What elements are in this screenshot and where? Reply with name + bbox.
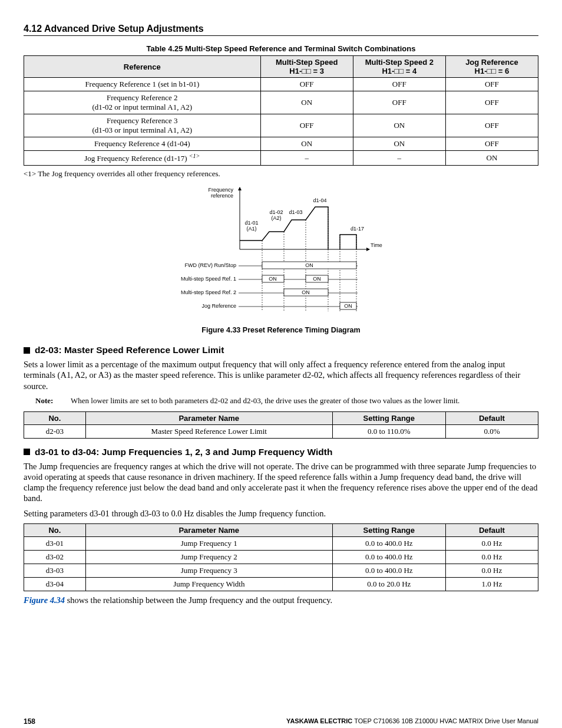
- cell-ref-sup: <1>: [189, 153, 200, 159]
- cell-c2: ON: [353, 114, 445, 137]
- table-row: d3-01 Jump Frequency 1 0.0 to 400.0 Hz 0…: [24, 537, 538, 551]
- cell-name: Jump Frequency 2: [85, 551, 332, 564]
- cell-name: Jump Frequency 1: [85, 537, 332, 551]
- th-msspeed: Multi-Step Speed H1-□□ = 3: [260, 56, 353, 78]
- cell-c3: ON: [445, 151, 538, 166]
- svg-row-label: Multi-step Speed Ref. 1: [181, 276, 236, 282]
- th-no: No.: [24, 411, 86, 424]
- cell-ref: Frequency Reference 4 (d1-04): [24, 137, 261, 151]
- cell-no: d3-02: [24, 551, 86, 564]
- th-msspeed-line1: Multi-Step Speed: [276, 58, 338, 67]
- cell-c1: ON: [260, 91, 353, 114]
- cell-c1: –: [260, 151, 353, 166]
- svg-on: ON: [344, 303, 352, 309]
- cell-c1: OFF: [260, 114, 353, 137]
- para-d3-1: The Jump frequencies are frequency range…: [24, 461, 538, 504]
- table-row: d3-02 Jump Frequency 2 0.0 to 400.0 Hz 0…: [24, 551, 538, 564]
- th-msspeed2-line2: H1-□□ = 4: [382, 67, 416, 75]
- page-number: 158: [24, 717, 35, 726]
- cell-c2: ON: [353, 137, 445, 151]
- table-row: d2-03 Master Speed Reference Lower Limit…: [24, 424, 538, 438]
- svg-label: (A2): [271, 215, 281, 221]
- th-no: No.: [24, 524, 86, 537]
- svg-on: ON: [305, 262, 313, 268]
- table-d203: No. Parameter Name Setting Range Default…: [24, 411, 538, 439]
- svg-on: ON: [302, 289, 310, 295]
- cell-ref-main: Frequency Reference 3: [107, 116, 178, 125]
- figure-433: Frequencyreference d1-01(A1) d1-02(A2) d…: [24, 185, 538, 322]
- cell-ref-main: Frequency Reference 2: [107, 93, 178, 102]
- para-d203: Sets a lower limit as a percentage of th…: [24, 359, 538, 391]
- th-msspeed2: Multi-Step Speed 2 H1-□□ = 4: [353, 56, 445, 78]
- cell-c3: OFF: [445, 114, 538, 137]
- square-bullet-icon: [24, 347, 30, 354]
- cell-default: 1.0 Hz: [445, 578, 538, 591]
- table-425-title: Table 4.25 Multi-Step Speed Reference an…: [24, 44, 538, 53]
- figure-434-link[interactable]: Figure 4.34: [24, 595, 65, 605]
- th-param: Parameter Name: [85, 524, 332, 537]
- cell-c3: OFF: [445, 91, 538, 114]
- th-msspeed2-line1: Multi-Step Speed 2: [365, 58, 434, 67]
- svg-on: ON: [313, 276, 321, 282]
- subhead-text: d2-03: Master Speed Reference Lower Limi…: [35, 345, 224, 355]
- table-row: Jog Frequency Reference (d1-17) <1> – – …: [24, 151, 538, 166]
- svg-label-freq: Frequencyreference: [208, 187, 233, 199]
- note-text: When lower limits are set to both parame…: [71, 396, 459, 406]
- svg-label: (A1): [246, 226, 256, 232]
- svg-label: d1-02: [269, 209, 283, 215]
- cell-c1: OFF: [260, 78, 353, 91]
- footer-brand: YASKAWA ELECTRIC: [286, 717, 352, 724]
- svg-row-label: Jog Reference: [201, 303, 236, 309]
- th-jogref: Jog Reference H1-□□ = 6: [445, 56, 538, 78]
- cell-range: 0.0 to 400.0 Hz: [332, 537, 445, 551]
- table-row: Frequency Reference 1 (set in b1-01) OFF…: [24, 78, 538, 91]
- table-row: Frequency Reference 4 (d1-04) ON ON OFF: [24, 137, 538, 151]
- svg-on: ON: [269, 276, 277, 282]
- cell-ref-sub: (d1-02 or input terminal A1, A2): [92, 103, 192, 111]
- cell-c2: –: [353, 151, 445, 166]
- footer-manual: TOEP C710636 10B Z1000U HVAC MATRIX Driv…: [352, 717, 538, 724]
- subhead-d3: d3-01 to d3-04: Jump Frequencies 1, 2, 3…: [24, 447, 538, 457]
- footnote-1: <1> The Jog frequency overrides all othe…: [24, 169, 538, 179]
- th-range: Setting Range: [332, 411, 445, 424]
- note-label: Note:: [35, 396, 71, 406]
- figure-433-caption: Figure 4.33 Preset Reference Timing Diag…: [24, 326, 538, 334]
- svg-row-label: Multi-step Speed Ref. 2: [181, 289, 236, 295]
- cell-c2: OFF: [353, 78, 445, 91]
- svg-text:d1-02(A2): d1-02(A2): [269, 209, 283, 221]
- th-jogref-line1: Jog Reference: [465, 58, 518, 67]
- table-d3: No. Parameter Name Setting Range Default…: [24, 523, 538, 591]
- cell-no: d3-01: [24, 537, 86, 551]
- cell-no: d3-04: [24, 578, 86, 591]
- th-default: Default: [445, 411, 538, 424]
- section-header: 4.12 Advanced Drive Setup Adjustments: [24, 24, 538, 36]
- table-row: d3-03 Jump Frequency 3 0.0 to 400.0 Hz 0…: [24, 564, 538, 578]
- cell-default: 0.0 Hz: [445, 564, 538, 578]
- svg-text:d1-01(A1): d1-01(A1): [244, 220, 258, 232]
- table-row: Frequency Reference 3 (d1-03 or input te…: [24, 114, 538, 137]
- cell-no: d3-03: [24, 564, 86, 578]
- cell-c1: ON: [260, 137, 353, 151]
- cell-c3: OFF: [445, 78, 538, 91]
- subhead-d203: d2-03: Master Speed Reference Lower Limi…: [24, 345, 538, 355]
- th-msspeed-line2: H1-□□ = 3: [289, 67, 324, 75]
- cell-default: 0.0 Hz: [445, 551, 538, 564]
- th-range: Setting Range: [332, 524, 445, 537]
- svg-row-label: FWD (REV) Run/Stop: [184, 262, 236, 268]
- after-text: shows the relationship between the Jump …: [65, 595, 332, 605]
- cell-range: 0.0 to 110.0%: [332, 424, 445, 438]
- cell-range: 0.0 to 20.0 Hz: [332, 578, 445, 591]
- th-reference: Reference: [24, 56, 261, 78]
- th-jogref-line2: H1-□□ = 6: [475, 67, 510, 75]
- svg-label: d1-01: [244, 220, 258, 226]
- cell-ref-sub: (d1-03 or input terminal A1, A2): [92, 126, 192, 134]
- svg-label: d1-04: [313, 197, 326, 203]
- svg-label: d1-17: [351, 226, 364, 232]
- th-param: Parameter Name: [85, 411, 332, 424]
- cell-c3: OFF: [445, 137, 538, 151]
- cell-ref: Frequency Reference 2 (d1-02 or input te…: [24, 91, 261, 114]
- cell-name: Jump Frequency 3: [85, 564, 332, 578]
- cell-ref: Jog Frequency Reference (d1-17) <1>: [24, 151, 261, 166]
- square-bullet-icon: [24, 449, 30, 455]
- th-default: Default: [445, 524, 538, 537]
